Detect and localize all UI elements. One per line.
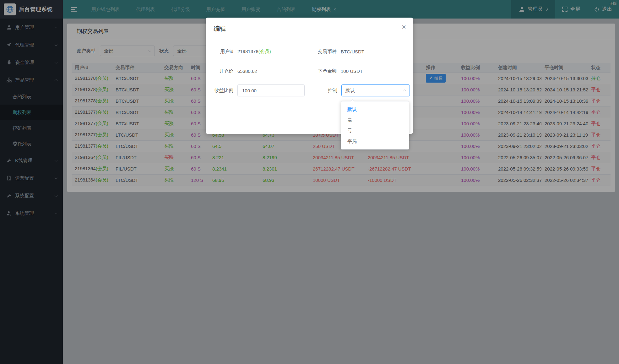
control-select-value: 默认 <box>345 88 355 94</box>
control-dropdown: 默认赢亏平局 <box>341 101 409 149</box>
amount-label: 下单金额 <box>304 68 337 74</box>
control-label: 控制 <box>305 88 337 94</box>
dropdown-option[interactable]: 默认 <box>341 104 409 115</box>
pair-label: 交易币种 <box>304 49 337 55</box>
dialog-title: 编辑 <box>206 18 413 33</box>
open-price-value: 65380.62 <box>237 68 304 74</box>
ratio-input[interactable] <box>237 84 305 96</box>
control-select[interactable]: 默认 <box>341 84 410 96</box>
member-tag: (会员) <box>258 49 271 54</box>
chevron-up-icon <box>403 89 406 92</box>
user-id-value: 21981378(会员) <box>237 49 304 55</box>
open-price-label: 开仓价 <box>206 68 233 74</box>
dropdown-option[interactable]: 亏 <box>341 125 409 136</box>
user-id-label: 用户id <box>206 49 233 55</box>
dropdown-option[interactable]: 赢 <box>341 115 409 125</box>
amount-value: 100 USDT <box>341 68 363 74</box>
pair-value: BTC/USDT <box>341 49 364 54</box>
ratio-label: 收益比例 <box>206 88 233 94</box>
dropdown-option[interactable]: 平局 <box>341 136 409 147</box>
close-icon[interactable]: × <box>402 23 406 31</box>
edit-form: 用户id 21981378(会员) 交易币种 BTC/USDT 开仓价 6538… <box>206 45 413 104</box>
